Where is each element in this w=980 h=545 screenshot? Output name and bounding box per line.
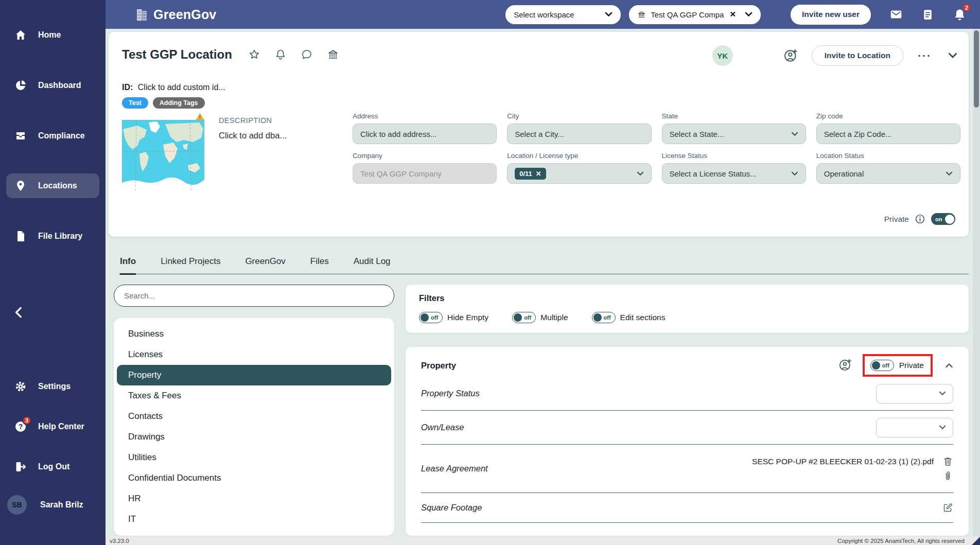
- sidebar-item-help-center[interactable]: ? 3 Help Center: [0, 414, 106, 439]
- list-item-property[interactable]: Property: [117, 365, 391, 385]
- toggle-state-label: off: [604, 314, 611, 321]
- license-status-select[interactable]: Select a License Status...: [662, 163, 806, 184]
- hide-empty-toggle[interactable]: off: [419, 312, 443, 323]
- notifications-bell-icon[interactable]: 2: [953, 8, 967, 22]
- property-section: Property off Private: [406, 347, 969, 536]
- field-label: Own/Lease: [421, 423, 464, 432]
- lease-file-name[interactable]: SESC POP-UP #2 BLEECKER 01-02-23 (1) (2)…: [752, 457, 934, 466]
- buildings-logo-icon: [135, 8, 149, 22]
- add-person-icon[interactable]: [783, 48, 798, 63]
- invite-new-user-button[interactable]: Invite new user: [791, 5, 871, 25]
- lease-agreement-row: Lease Agreement SESC POP-UP #2 BLEECKER …: [421, 445, 953, 493]
- tab-linked-projects[interactable]: Linked Projects: [161, 256, 220, 274]
- list-item-marketing[interactable]: Marketing: [117, 530, 391, 536]
- brand[interactable]: GreenGov: [135, 7, 216, 22]
- clear-company-icon[interactable]: ✕: [729, 10, 736, 19]
- custom-id-field[interactable]: ID: Click to add custom id...: [122, 83, 225, 92]
- chevron-down-icon: [637, 171, 644, 176]
- company-select[interactable]: Test QA GGP Compa ✕: [629, 5, 761, 24]
- avatar[interactable]: SB: [7, 495, 27, 515]
- search-input[interactable]: [114, 285, 394, 307]
- tab-info[interactable]: Info: [120, 256, 136, 275]
- edit-sections-toggle[interactable]: off: [592, 312, 616, 323]
- subscribe-bell-icon[interactable]: [274, 48, 287, 61]
- list-item-taxes-fees[interactable]: Taxes & Fees: [117, 385, 391, 406]
- sidebar-item-compliance[interactable]: Compliance: [0, 124, 106, 148]
- field-label: Location / License type: [507, 152, 651, 160]
- more-options-icon[interactable]: ···: [918, 49, 932, 62]
- list-item-it[interactable]: IT: [117, 509, 391, 530]
- toggle-label: Multiple: [540, 313, 568, 322]
- map-pin-icon: [14, 180, 27, 192]
- tag-test[interactable]: Test: [122, 97, 148, 109]
- remove-chip-icon[interactable]: ✕: [536, 170, 541, 178]
- list-item-hr[interactable]: HR: [117, 488, 391, 509]
- list-item-utilities[interactable]: Utilities: [117, 447, 391, 468]
- vertical-scrollbar[interactable]: [973, 29, 980, 536]
- comments-icon[interactable]: [301, 48, 313, 61]
- collapse-card-chevron-icon[interactable]: [948, 52, 957, 59]
- list-item-drawings[interactable]: Drawings: [117, 427, 391, 447]
- city-field-group: City Select a City...: [507, 112, 651, 144]
- workspace-select[interactable]: Select workspace: [505, 5, 621, 24]
- field-label: State: [662, 112, 806, 120]
- notes-icon[interactable]: [921, 8, 934, 21]
- sidebar-item-file-library[interactable]: File Library: [0, 224, 106, 249]
- world-map-thumbnail[interactable]: [122, 119, 204, 192]
- sidebar-item-log-out[interactable]: Log Out: [0, 454, 106, 479]
- tags-row: Test Adding Tags: [122, 97, 205, 109]
- field-label: Address: [353, 112, 497, 120]
- list-item-licenses[interactable]: Licenses: [117, 344, 391, 365]
- edit-pencil-icon[interactable]: [942, 502, 953, 513]
- field-label: Location Status: [816, 152, 960, 160]
- id-label: ID:: [122, 83, 133, 92]
- collapse-section-chevron-icon[interactable]: [945, 363, 953, 368]
- description-placeholder[interactable]: Click to add dba...: [219, 131, 287, 140]
- list-item-contacts[interactable]: Contacts: [117, 406, 391, 427]
- sidebar-item-dashboard[interactable]: Dashboard: [0, 73, 106, 98]
- property-status-select[interactable]: [876, 384, 953, 403]
- sidebar-item-settings[interactable]: Settings: [0, 374, 106, 399]
- chevron-down-icon: [791, 171, 798, 176]
- sidebar-user: SB Sarah Brilz: [0, 495, 106, 515]
- info-icon[interactable]: [915, 214, 925, 224]
- sidebar-collapse-button[interactable]: [12, 306, 26, 319]
- zip-select[interactable]: Select a Zip Code...: [816, 124, 960, 144]
- list-item-confidential-documents[interactable]: Confidential Documents: [117, 468, 391, 488]
- license-type-select[interactable]: 0/11 ✕: [507, 163, 651, 184]
- company-select-value: Test QA GGP Compa: [651, 10, 724, 19]
- list-item-business[interactable]: Business: [117, 324, 391, 344]
- scrollbar-thumb[interactable]: [974, 30, 979, 108]
- city-select[interactable]: Select a City...: [507, 124, 651, 144]
- address-input[interactable]: Click to add address...: [353, 124, 497, 144]
- state-select[interactable]: Select a State...: [662, 124, 806, 144]
- toggle-label: Edit sections: [620, 313, 666, 322]
- toggle-knob: [872, 361, 880, 370]
- section-private-toggle[interactable]: off: [870, 360, 894, 371]
- own-lease-select[interactable]: [876, 418, 953, 437]
- location-status-select[interactable]: Operational: [816, 163, 960, 184]
- notification-badge: 2: [962, 3, 971, 12]
- mail-icon[interactable]: [889, 8, 903, 21]
- tag-adding-tags[interactable]: Adding Tags: [153, 97, 205, 109]
- avatar[interactable]: YK: [712, 45, 733, 66]
- help-center-badge: 3: [22, 416, 31, 425]
- invite-to-location-button[interactable]: Invite to Location: [812, 45, 903, 66]
- attach-paperclip-icon[interactable]: [942, 470, 953, 481]
- chevron-down-icon: [939, 425, 946, 430]
- tab-files[interactable]: Files: [310, 256, 329, 274]
- sidebar-item-locations[interactable]: Locations: [6, 173, 99, 198]
- private-toggle[interactable]: on: [931, 213, 955, 225]
- state-field-group: State Select a State...: [662, 112, 806, 144]
- tab-bar: Info Linked Projects GreenGov Files Audi…: [119, 256, 969, 274]
- landmark-icon[interactable]: [327, 48, 339, 61]
- sidebar-item-home[interactable]: Home: [0, 23, 106, 47]
- chevron-down-icon: [605, 12, 612, 17]
- tab-greengov[interactable]: GreenGov: [245, 256, 285, 274]
- favorite-star-icon[interactable]: [248, 48, 260, 61]
- multiple-toggle[interactable]: off: [512, 312, 536, 323]
- tab-audit-log[interactable]: Audit Log: [354, 256, 391, 274]
- add-person-icon[interactable]: [838, 358, 853, 373]
- app-version: v3.23.0: [110, 538, 129, 544]
- delete-file-trash-icon[interactable]: [942, 456, 953, 467]
